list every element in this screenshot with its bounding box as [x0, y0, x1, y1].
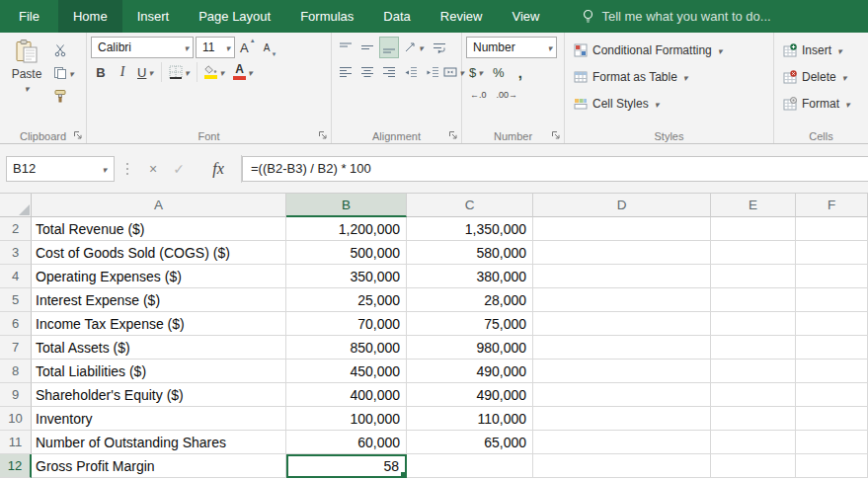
italic-button[interactable]: I — [113, 61, 132, 83]
increase-decimal-button[interactable]: ←.0 — [466, 86, 491, 104]
cell-B11[interactable]: 60,000 — [286, 431, 407, 454]
row-header-10[interactable]: 10 — [0, 407, 32, 431]
select-all-button[interactable] — [0, 194, 32, 217]
cell-A12[interactable]: Gross Profit Margin — [32, 454, 286, 478]
cell-F7[interactable] — [796, 336, 868, 360]
cell-B4[interactable]: 350,000 — [286, 265, 407, 288]
cell-E2[interactable] — [711, 217, 796, 241]
font-size-select[interactable]: 11 — [196, 37, 235, 58]
tab-home[interactable]: Home — [58, 0, 122, 33]
format-painter-button[interactable] — [51, 85, 77, 106]
comma-style-button[interactable]: , — [511, 61, 530, 83]
decrease-decimal-button[interactable]: .00→ — [493, 86, 522, 104]
wrap-text-button[interactable] — [430, 37, 449, 58]
cell-D4[interactable] — [533, 265, 711, 288]
cell-F11[interactable] — [796, 431, 868, 454]
cell-D7[interactable] — [533, 336, 711, 360]
column-header-E[interactable]: E — [711, 194, 796, 217]
insert-function-button[interactable]: fx — [205, 156, 231, 182]
cell-A6[interactable]: Income Tax Expense ($) — [32, 312, 286, 336]
cell-C6[interactable]: 75,000 — [407, 312, 533, 336]
decrease-indent-button[interactable] — [401, 61, 421, 83]
cell-A9[interactable]: Shareholder's Equity ($) — [32, 383, 286, 407]
cell-E11[interactable] — [711, 431, 796, 454]
cell-E8[interactable] — [711, 360, 796, 383]
tab-file[interactable]: File — [0, 0, 58, 33]
copy-button[interactable] — [51, 62, 77, 83]
row-header-3[interactable]: 3 — [0, 241, 32, 265]
cell-A3[interactable]: Cost of Goods Sold (COGS) ($) — [32, 241, 286, 265]
cell-F12[interactable] — [796, 454, 868, 478]
tab-formulas[interactable]: Formulas — [285, 0, 368, 33]
row-header-12[interactable]: 12 — [0, 454, 32, 478]
middle-align-button[interactable] — [357, 37, 377, 58]
font-color-button[interactable]: A — [230, 61, 257, 83]
row-header-11[interactable]: 11 — [0, 431, 32, 454]
cell-D8[interactable] — [533, 360, 711, 383]
cell-B3[interactable]: 500,000 — [286, 241, 407, 265]
cell-C9[interactable]: 490,000 — [407, 383, 533, 407]
font-dialog-launcher[interactable] — [317, 129, 328, 140]
cell-A4[interactable]: Operating Expenses ($) — [32, 265, 286, 288]
number-dialog-launcher[interactable] — [550, 129, 561, 140]
cell-C3[interactable]: 580,000 — [407, 241, 533, 265]
cell-D2[interactable] — [533, 217, 711, 241]
cell-D6[interactable] — [533, 312, 711, 336]
number-format-select[interactable]: Number — [466, 37, 557, 58]
percent-style-button[interactable]: % — [489, 61, 509, 83]
cell-F2[interactable] — [796, 217, 868, 241]
column-header-C[interactable]: C — [407, 194, 533, 217]
cell-E6[interactable] — [711, 312, 796, 336]
conditional-formatting-button[interactable]: Conditional Formatting — [569, 37, 769, 63]
cell-C8[interactable]: 490,000 — [407, 360, 533, 383]
tab-view[interactable]: View — [497, 0, 554, 33]
row-header-5[interactable]: 5 — [0, 288, 32, 312]
cell-B8[interactable]: 450,000 — [286, 360, 407, 383]
cell-F5[interactable] — [796, 288, 868, 312]
column-header-D[interactable]: D — [533, 194, 711, 217]
insert-cells-button[interactable]: Insert — [778, 37, 864, 63]
cell-C11[interactable]: 65,000 — [407, 431, 533, 454]
cell-A7[interactable]: Total Assets ($) — [32, 336, 286, 360]
cell-C12[interactable] — [407, 454, 533, 478]
accounting-format-button[interactable]: $ — [466, 61, 487, 83]
clipboard-dialog-launcher[interactable] — [72, 129, 83, 140]
cell-B9[interactable]: 400,000 — [286, 383, 407, 407]
cell-C4[interactable]: 380,000 — [407, 265, 533, 288]
merge-center-button[interactable] — [444, 61, 464, 83]
row-header-9[interactable]: 9 — [0, 383, 32, 407]
cell-E9[interactable] — [711, 383, 796, 407]
cell-D10[interactable] — [533, 407, 711, 431]
cell-B12-selected[interactable]: 58 — [286, 454, 407, 478]
format-as-table-button[interactable]: Format as Table — [569, 63, 769, 90]
row-header-2[interactable]: 2 — [0, 217, 32, 241]
formula-input[interactable]: =((B2-B3) / B2) * 100 — [242, 156, 868, 182]
align-right-button[interactable] — [379, 61, 399, 83]
borders-button[interactable] — [166, 61, 194, 83]
column-header-A[interactable]: A — [32, 194, 286, 217]
cut-button[interactable] — [51, 40, 77, 60]
font-name-select[interactable]: Calibri — [91, 37, 194, 58]
enter-button[interactable]: ✓ — [166, 156, 192, 182]
cell-C7[interactable]: 980,000 — [407, 336, 533, 360]
cell-F4[interactable] — [796, 265, 868, 288]
cell-D9[interactable] — [533, 383, 711, 407]
cell-E12[interactable] — [711, 454, 796, 478]
format-cells-button[interactable]: Format — [778, 90, 864, 117]
name-box[interactable]: B12 — [6, 156, 115, 182]
increase-indent-button[interactable] — [423, 61, 442, 83]
orientation-button[interactable] — [401, 37, 428, 58]
cell-A11[interactable]: Number of Outstanding Shares — [32, 431, 286, 454]
increase-font-size-button[interactable]: A▲ — [237, 37, 259, 58]
cell-B5[interactable]: 25,000 — [286, 288, 407, 312]
cell-E10[interactable] — [711, 407, 796, 431]
cell-E7[interactable] — [711, 336, 796, 360]
cell-D12[interactable] — [533, 454, 711, 478]
cell-A8[interactable]: Total Liabilities ($) — [32, 360, 286, 383]
row-header-4[interactable]: 4 — [0, 265, 32, 288]
decrease-font-size-button[interactable]: A▼ — [261, 37, 280, 58]
cell-B7[interactable]: 850,000 — [286, 336, 407, 360]
tab-review[interactable]: Review — [426, 0, 498, 33]
align-left-button[interactable] — [336, 61, 355, 83]
align-center-button[interactable] — [357, 61, 377, 83]
